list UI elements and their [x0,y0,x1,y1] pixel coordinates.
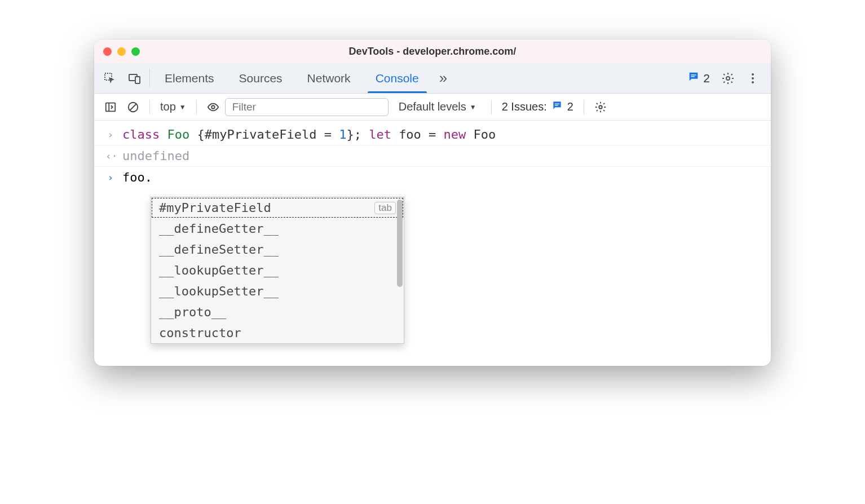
svg-point-7 [752,77,754,79]
svg-point-8 [752,81,754,83]
kebab-menu-icon[interactable] [740,63,765,93]
autocomplete-item[interactable]: __proto__ [151,302,404,322]
scrollbar-thumb[interactable] [397,200,403,287]
titlebar: DevTools - developer.chrome.com/ [94,39,771,63]
tab-console[interactable]: Console [363,63,431,93]
autocomplete-label: __defineGetter__ [159,222,279,236]
close-button[interactable] [103,47,112,56]
issues-summary[interactable]: 2 Issues: 2 [497,100,578,114]
live-expression-icon[interactable] [202,101,224,113]
issues-count: 2 [703,72,710,85]
window-title: DevTools - developer.chrome.com/ [349,46,517,58]
autocomplete-label: __lookupGetter__ [159,263,279,277]
clear-console-icon[interactable] [122,101,144,113]
console-controls: top ▼ Default levels ▼ 2 Issues: 2 [94,94,771,121]
chat-icon [551,100,563,114]
chat-icon [687,70,700,86]
context-label: top [160,100,176,113]
console-line: ›class Foo {#myPrivateField = 1}; let fo… [94,124,771,145]
maximize-button[interactable] [131,47,140,56]
autocomplete-item[interactable]: __defineGetter__ [151,218,404,239]
svg-rect-2 [135,77,140,83]
issues-label: 2 Issues: [502,100,547,113]
levels-label: Default levels [399,100,466,113]
svg-rect-9 [106,103,116,111]
autocomplete-item[interactable]: #myPrivateFieldtab [151,197,404,218]
svg-line-12 [130,104,136,110]
device-toggle-icon[interactable] [122,63,147,93]
autocomplete-item[interactable]: __defineSetter__ [151,239,404,260]
autocomplete-item[interactable]: __lookupGetter__ [151,260,404,281]
tab-elements[interactable]: Elements [152,63,227,93]
svg-point-13 [211,105,215,109]
svg-rect-4 [691,76,695,77]
svg-rect-15 [555,105,558,105]
console-prompt-line[interactable]: ›foo. [94,167,771,188]
filter-input[interactable] [225,98,389,116]
svg-rect-14 [555,104,559,104]
tab-sources[interactable]: Sources [227,63,295,93]
minimize-button[interactable] [117,47,126,56]
traffic-lights [103,47,140,56]
autocomplete-item[interactable]: constructor [151,322,404,343]
svg-rect-3 [691,74,696,75]
autocomplete-popup: #myPrivateFieldtab__defineGetter____defi… [151,197,404,344]
line-gutter-icon: ‹· [105,149,116,162]
settings-icon[interactable] [716,63,740,93]
devtools-window: DevTools - developer.chrome.com/ Element… [94,39,771,366]
chevron-down-icon: ▼ [470,103,476,111]
svg-point-5 [726,77,730,80]
line-content: foo. [122,170,152,184]
issues-indicator[interactable]: 2 [682,63,716,93]
console-settings-icon[interactable] [590,101,611,113]
autocomplete-label: constructor [159,326,241,340]
log-levels-dropdown[interactable]: Default levels ▼ [390,100,486,113]
chevron-down-icon: ▼ [179,103,186,111]
autocomplete-label: __defineSetter__ [159,242,279,257]
console-output: ›class Foo {#myPrivateField = 1}; let fo… [94,121,771,366]
sidebar-toggle-icon[interactable] [100,101,121,113]
context-selector[interactable]: top ▼ [156,100,191,113]
tab-hint-badge: tab [374,202,396,214]
autocomplete-label: __lookupSetter__ [159,284,279,298]
inspect-icon[interactable] [98,63,122,93]
more-tabs-button[interactable]: » [431,63,455,93]
line-gutter-icon: › [105,170,116,183]
console-line: ‹·undefined [94,145,771,167]
line-content: undefined [122,149,189,163]
autocomplete-label: __proto__ [159,305,226,319]
svg-point-16 [599,105,602,109]
line-content: class Foo {#myPrivateField = 1}; let foo… [122,127,496,142]
svg-point-6 [752,73,754,76]
line-gutter-icon: › [105,127,116,140]
issues-badge: 2 [567,100,573,113]
tab-network[interactable]: Network [295,63,363,93]
autocomplete-label: #myPrivateField [159,201,271,215]
autocomplete-item[interactable]: __lookupSetter__ [151,281,404,302]
main-toolbar: Elements Sources Network Console » 2 [94,63,771,94]
